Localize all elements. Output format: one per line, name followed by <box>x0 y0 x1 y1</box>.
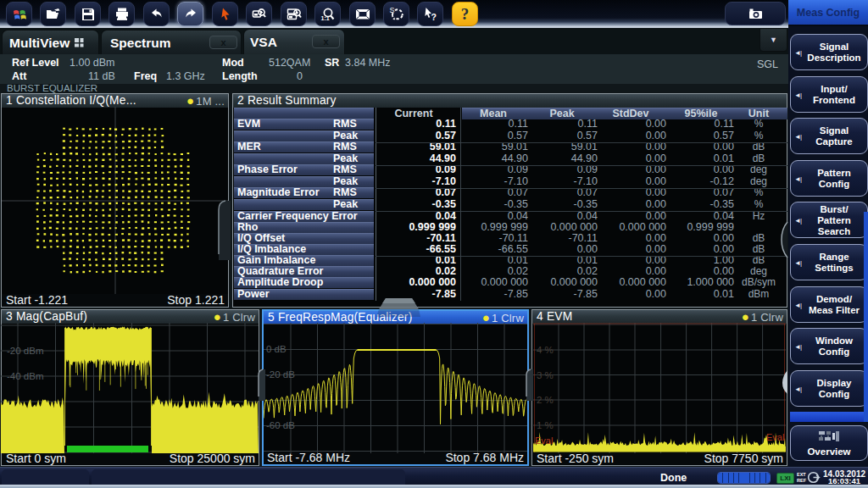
svg-text:0 dB: 0 dB <box>266 344 287 354</box>
svg-text:-40 dBm: -40 dBm <box>7 371 43 381</box>
svg-text:?: ? <box>431 11 436 21</box>
svg-text:Eval: Eval <box>766 432 784 442</box>
svg-text:4 %: 4 % <box>537 345 554 355</box>
svg-text:2 %: 2 % <box>537 395 554 405</box>
svg-text:Eval: Eval <box>535 435 553 446</box>
svg-text:1:1: 1:1 <box>320 15 329 21</box>
svg-text:-20 dB: -20 dB <box>266 369 295 380</box>
svg-text:1 %: 1 % <box>537 420 554 430</box>
svg-text:-20 dBm: -20 dBm <box>7 346 43 356</box>
svg-text:3 %: 3 % <box>537 370 554 380</box>
svg-text:-60 dB: -60 dB <box>266 420 295 430</box>
